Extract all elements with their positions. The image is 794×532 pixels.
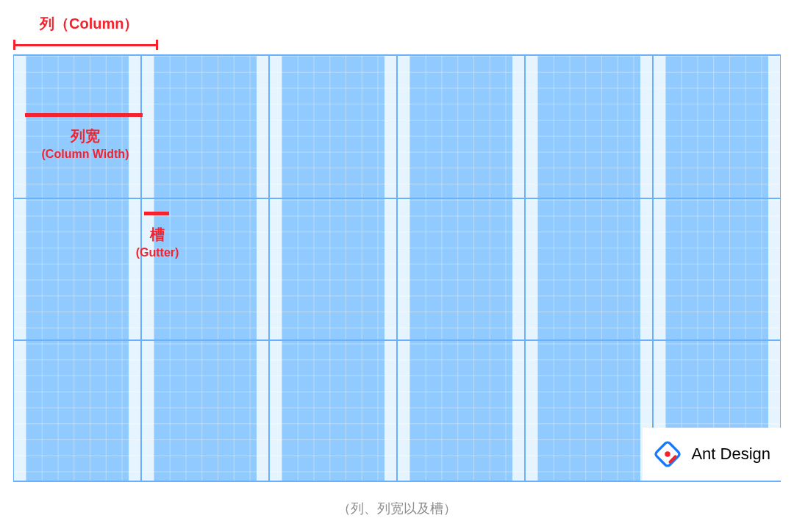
column-5: [525, 56, 653, 481]
column-bracket: [13, 40, 158, 50]
column-1: [13, 56, 141, 481]
column-width-label-zh: 列宽: [13, 126, 157, 146]
gutter-label-zh: 槽: [124, 225, 191, 245]
gutter-indicator: [144, 212, 169, 215]
column-label: 列（Column）: [40, 13, 132, 34]
column-label-text: 列（Column）: [40, 13, 132, 34]
column-width-label-en: (Column Width): [13, 148, 157, 161]
column-2: [141, 56, 269, 481]
ant-design-logo-icon: [653, 439, 682, 469]
gutter-label-en: (Gutter): [124, 246, 191, 259]
column-6: [653, 56, 781, 481]
diagram-page: 列（Column） Ant: [0, 0, 794, 532]
svg-point-1: [665, 451, 671, 457]
column-3: [269, 56, 397, 481]
column-4: [397, 56, 525, 481]
columns-container: [13, 56, 781, 481]
brand-badge: Ant Design: [643, 428, 781, 481]
column-width-indicator: [25, 113, 143, 117]
grid-frame: Ant Design: [13, 54, 781, 482]
figure-caption: （列、列宽以及槽）: [0, 500, 794, 517]
gutter-label: 槽 (Gutter): [124, 225, 191, 259]
column-width-label: 列宽 (Column Width): [13, 126, 157, 161]
brand-name: Ant Design: [691, 445, 770, 464]
